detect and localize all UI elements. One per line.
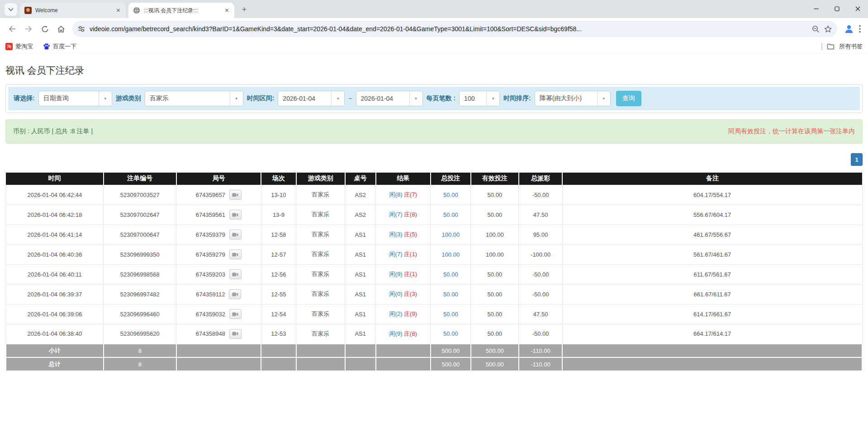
bookmark-baidu[interactable]: 百度一下 [43, 42, 76, 51]
cell-valid-bet: 100.00 [471, 244, 519, 264]
cell-result: 闲(9) 庄(1) [376, 264, 431, 284]
cell-time: 2026-01-04 06:40:36 [6, 244, 104, 264]
maximize-button[interactable] [826, 0, 847, 17]
menu-kebab-icon[interactable] [859, 25, 861, 33]
date-range-label: 时间区间: [247, 94, 275, 103]
new-tab-button[interactable]: + [238, 3, 251, 16]
query-type-select[interactable]: 日期查询 ▼ [38, 91, 112, 106]
close-tab-icon[interactable]: ✕ [114, 7, 122, 14]
cell-remark: 661.67/611.67 [562, 284, 862, 304]
cell-session: 13-9 [261, 205, 296, 225]
date-start-select[interactable]: 2026-01-04 ▼ [278, 91, 345, 106]
address-bar[interactable]: videoie.com/game/betrecord_search/kind3?… [72, 21, 837, 37]
cell-time: 2026-01-04 06:39:37 [6, 284, 104, 304]
video-replay-button[interactable] [229, 190, 242, 200]
table-row: 2026-01-04 06:40:36523096999350674359279… [6, 244, 862, 264]
close-tab-icon[interactable]: ✕ [223, 7, 231, 14]
game-kind-select[interactable]: 百家乐 ▼ [145, 91, 243, 106]
cell-game-kind: 百家乐 [296, 244, 345, 264]
column-header: 结果 [376, 173, 431, 185]
column-header: 游戏类别 [296, 173, 345, 185]
bookmark-star-icon[interactable] [824, 25, 832, 33]
per-page-select[interactable]: 100 ▼ [459, 91, 500, 106]
minimize-icon [814, 6, 819, 11]
search-button[interactable]: 查询 [616, 91, 641, 106]
video-replay-button[interactable] [229, 309, 242, 319]
minimize-button[interactable] [806, 0, 826, 17]
cell-round-number: 674359279 [176, 244, 261, 264]
video-replay-button[interactable] [229, 329, 242, 339]
toolbar-right [841, 23, 863, 34]
bookmark-taobao[interactable]: 淘 爱淘宝 [5, 42, 33, 51]
cell-payout: -50.00 [519, 284, 563, 304]
sort-select[interactable]: 降幂(由大到小) ▼ [535, 91, 611, 106]
profile-avatar-icon[interactable] [844, 23, 854, 34]
cell-time: 2026-01-04 06:39:06 [6, 304, 104, 324]
total-bet-link[interactable]: 50.00 [443, 211, 458, 218]
total-bet-link[interactable]: 50.00 [443, 291, 458, 298]
video-replay-button[interactable] [229, 249, 242, 259]
cell-total-bet: 100.00 [431, 244, 471, 264]
video-replay-button[interactable] [229, 269, 242, 279]
video-replay-button[interactable] [229, 289, 241, 299]
cell-bet-id: 523097000647 [104, 225, 176, 244]
sort-value: 降幂(由大到小) [535, 91, 597, 106]
filter-bar: 请选择: 日期查询 ▼ 游戏类别 百家乐 ▼ 时间区间: 2026-01-04 … [8, 87, 860, 110]
total-bet-link[interactable]: 50.00 [443, 311, 458, 318]
tab-strip: Welcome ✕ :::视讯 会员下注纪录::: ✕ + [0, 0, 868, 18]
close-window-button[interactable] [847, 0, 868, 17]
baidu-paw-icon [43, 43, 50, 50]
result-player: 闲(9) [389, 330, 403, 337]
cell-round-number: 674359032 [176, 304, 261, 324]
cell-total-bet: 50.00 [431, 324, 471, 344]
table-row: 2026-01-04 06:39:06523096996460674359032… [6, 304, 862, 324]
zoom-out-icon[interactable] [812, 25, 820, 33]
cell-bet-id: 523097002647 [104, 205, 176, 225]
forward-button[interactable] [21, 21, 36, 37]
date-end-select[interactable]: 2026-01-04 ▼ [356, 91, 423, 106]
table-footer: 小计8500.00500.00-110.00总计8500.00500.00-11… [6, 344, 862, 371]
cell-round-number: 674358948 [176, 324, 261, 344]
game-kind-value: 百家乐 [145, 91, 230, 106]
cell-valid-bet: 50.00 [471, 304, 519, 324]
total-bet-link[interactable]: 100.00 [441, 231, 460, 238]
back-button[interactable] [5, 21, 20, 37]
home-button[interactable] [53, 21, 69, 37]
pagination: 1 [5, 153, 863, 166]
casino-favicon-icon [24, 7, 32, 14]
video-camera-icon [232, 212, 238, 217]
tab-search-button[interactable] [5, 3, 17, 16]
column-header: 局号 [176, 173, 261, 185]
video-replay-button[interactable] [229, 230, 242, 239]
tab-betrecord[interactable]: :::视讯 会员下注纪录::: ✕ [128, 3, 234, 18]
cell-round-number: 674359379 [176, 225, 261, 244]
result-player: 闲(0) [389, 291, 403, 297]
footer-empty [345, 357, 376, 371]
result-banker: 庄(8) [404, 211, 417, 218]
reload-icon [41, 25, 49, 33]
date-start-value: 2026-01-04 [278, 91, 331, 106]
cell-payout: 95.00 [519, 225, 563, 244]
result-player: 闲(7) [389, 211, 403, 218]
cell-session: 12-54 [261, 304, 296, 324]
result-player: 闲(7) [389, 251, 403, 258]
site-info-icon[interactable] [78, 26, 85, 32]
sort-label: 时间排序: [503, 94, 531, 103]
reload-button[interactable] [37, 21, 52, 37]
total-bet-link[interactable]: 100.00 [441, 251, 460, 258]
all-bookmarks[interactable]: 所有书签 [821, 42, 863, 51]
bookmark-label: 百度一下 [53, 42, 76, 51]
cell-payout: -100.00 [519, 244, 563, 264]
video-replay-button[interactable] [229, 210, 242, 220]
total-bet-link[interactable]: 50.00 [443, 330, 458, 337]
per-page-value: 100 [460, 91, 486, 106]
tab-welcome[interactable]: Welcome ✕ [20, 3, 126, 18]
total-bet-link[interactable]: 50.00 [443, 271, 458, 278]
footer-row: 总计8500.00500.00-110.00 [6, 357, 862, 371]
cell-payout: -50.00 [519, 264, 563, 284]
page-1-button[interactable]: 1 [851, 153, 863, 166]
result-banker: 庄(3) [404, 291, 417, 297]
chevron-down-icon: ▼ [99, 91, 112, 106]
total-bet-link[interactable]: 50.00 [443, 192, 458, 198]
bookmark-label: 爱淘宝 [15, 42, 33, 51]
